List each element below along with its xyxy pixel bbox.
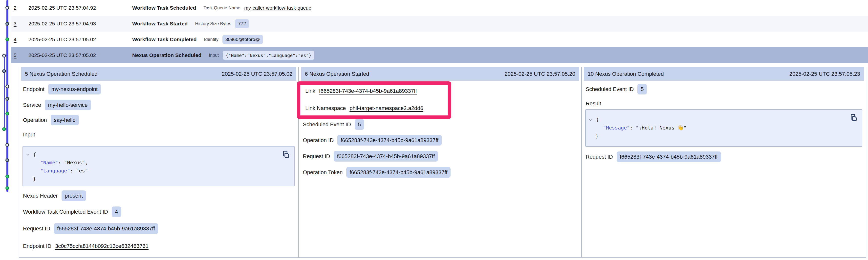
json-brace: }	[596, 133, 599, 139]
panel-timestamp: 2025-02-25 UTC 23:57:05.02	[222, 71, 292, 77]
json-line: {	[586, 116, 862, 124]
json-line: }	[586, 132, 862, 140]
endpoint-id-link[interactable]: 3c0c75ccfa8144b092c13ce632463761	[55, 243, 149, 249]
link-value-link[interactable]: f665283f-743e-4374-b45b-9a61a89337ff	[319, 88, 417, 94]
field-request-id: Request ID f665283f-743e-4374-b45b-9a61a…	[23, 223, 158, 234]
json-sep: :	[58, 160, 64, 165]
event-attr-label: Input	[209, 53, 219, 58]
event-detail-panels: 5 Nexus Operation Scheduled 2025-02-25 U…	[19, 67, 866, 258]
copy-icon[interactable]	[849, 113, 858, 124]
field-input-label: Input	[23, 132, 35, 138]
copy-icon[interactable]	[282, 150, 290, 161]
request-id-badge: f665283f-743e-4374-b45b-9a61a89337ff	[334, 151, 438, 161]
timeline-node	[5, 175, 9, 178]
event-timestamp: 2025-02-25 UTC 23:57:04.92	[28, 5, 132, 11]
event-name: Workflow Task Started	[132, 21, 188, 27]
json-brace: }	[33, 176, 36, 182]
history-row-5-selected[interactable]: 5 2025-02-25 UTC 23:57:05.02 Nexus Opera…	[11, 47, 868, 63]
operation-token-badge: f665283f-743e-4374-b45b-9a61a89337ff	[346, 167, 451, 178]
panel-nexus-operation-scheduled: 5 Nexus Operation Scheduled 2025-02-25 U…	[19, 67, 298, 257]
field-request-id: Request ID f665283f-743e-4374-b45b-9a61a…	[586, 151, 721, 162]
panel-nexus-operation-completed: 10 Nexus Operation Completed 2025-02-25 …	[581, 67, 866, 257]
field-label: Request ID	[303, 153, 330, 160]
timeline-node	[5, 158, 9, 162]
panel-title: 5 Nexus Operation Scheduled	[25, 71, 98, 77]
history-row-2[interactable]: 2 2025-02-25 UTC 23:57:04.92 Workflow Ta…	[11, 0, 868, 16]
field-result-label: Result	[586, 100, 601, 107]
event-history-list: 2 2025-02-25 UTC 23:57:04.92 Workflow Ta…	[0, 0, 868, 63]
field-endpoint: Endpoint my-nexus-endpoint	[23, 84, 101, 95]
field-label: Service	[23, 102, 41, 108]
event-name: Workflow Task Completed	[132, 37, 197, 42]
input-badge: {"Name":"Nexus","Language":"es"}	[223, 51, 314, 60]
timeline-node	[5, 143, 9, 147]
json-brace: {	[33, 150, 36, 159]
field-nexus-header: Nexus Header present	[23, 190, 86, 201]
event-attr-label: History Size Bytes	[195, 21, 231, 26]
history-row-4[interactable]: 4 2025-02-25 UTC 23:57:05.02 Workflow Ta…	[11, 32, 868, 47]
field-link: Link f665283f-743e-4374-b45b-9a61a89337f…	[305, 88, 417, 94]
timeline-node	[5, 85, 9, 88]
link-namespace-link[interactable]: phil-target-namespace2.a2dd6	[349, 105, 423, 111]
timeline-node	[5, 37, 9, 41]
history-row-3[interactable]: 3 2025-02-25 UTC 23:57:04.93 Workflow Ta…	[11, 16, 868, 32]
wtc-event-id-badge: 4	[112, 207, 121, 217]
json-sep: :	[630, 125, 636, 131]
panel-title: 6 Nexus Operation Started	[305, 71, 369, 77]
json-value: "Nexus",	[64, 160, 88, 165]
event-attr-label: Identity	[204, 37, 218, 42]
event-name: Nexus Operation Scheduled	[132, 52, 202, 58]
request-id-badge: f665283f-743e-4374-b45b-9a61a89337ff	[617, 151, 721, 162]
task-queue-link[interactable]: my-caller-workflow-task-queue	[244, 5, 311, 11]
field-scheduled-event-id: Scheduled Event ID 5	[586, 84, 647, 95]
operation-id-badge: f665283f-743e-4374-b45b-9a61a89337ff	[337, 135, 442, 146]
field-label: Operation Token	[303, 169, 343, 176]
event-timeline	[0, 0, 19, 260]
input-json-viewer: { "Name": "Nexus", "Language": "es" }	[23, 146, 294, 186]
field-label: Scheduled Event ID	[303, 121, 351, 128]
json-key: "Name"	[40, 160, 58, 165]
field-label: Link	[305, 88, 315, 94]
request-id-badge: f665283f-743e-4374-b45b-9a61a89337ff	[54, 223, 158, 234]
field-operation: Operation say-hello	[23, 115, 79, 125]
json-line: "Name": "Nexus",	[23, 159, 294, 167]
identity-badge: 30960@totoro@	[222, 35, 263, 44]
collapse-chevron-icon[interactable]	[26, 153, 30, 156]
field-request-id: Request ID f665283f-743e-4374-b45b-9a61a…	[303, 151, 438, 161]
json-brace: {	[596, 116, 599, 124]
timeline-node	[2, 127, 6, 131]
event-attr-label: Task Queue Name	[204, 5, 240, 11]
field-label: Nexus Header	[23, 193, 58, 199]
timeline-node	[2, 69, 6, 73]
event-timestamp: 2025-02-25 UTC 23:57:05.02	[28, 37, 132, 42]
event-timestamp: 2025-02-25 UTC 23:57:04.93	[28, 21, 132, 27]
scheduled-event-id-badge: 5	[638, 84, 647, 95]
field-label: Scheduled Event ID	[586, 86, 634, 92]
field-label: Request ID	[586, 154, 613, 160]
endpoint-badge: my-nexus-endpoint	[48, 84, 101, 95]
json-key: "Message"	[603, 125, 630, 131]
field-label: Link Namespace	[305, 105, 346, 111]
history-size-badge: 772	[235, 19, 249, 28]
json-value: "¡Hola! Nexus 👋"	[636, 125, 687, 131]
field-label: Operation	[23, 117, 47, 123]
panel-header: 5 Nexus Operation Scheduled 2025-02-25 U…	[21, 67, 296, 81]
nexus-header-badge: present	[62, 190, 86, 201]
event-timestamp: 2025-02-25 UTC 23:57:05.02	[28, 52, 132, 58]
panel-nexus-operation-started: 6 Nexus Operation Started 2025-02-25 UTC…	[298, 67, 581, 257]
timeline-node	[5, 186, 9, 190]
panel-timestamp: 2025-02-25 UTC 23:57:05.20	[504, 71, 575, 77]
json-line: {	[23, 150, 294, 159]
timeline-node	[5, 112, 9, 115]
field-label: Endpoint ID	[23, 243, 52, 249]
field-operation-token: Operation Token f665283f-743e-4374-b45b-…	[303, 167, 451, 178]
timeline-node	[5, 97, 9, 101]
field-service: Service my-hello-service	[23, 100, 91, 110]
field-endpoint-id: Endpoint ID 3c0c75ccfa8144b092c13ce63246…	[23, 243, 149, 249]
collapse-chevron-icon[interactable]	[589, 119, 593, 121]
timeline-main-line	[6, 0, 8, 192]
result-json-viewer: { "Message": "¡Hola! Nexus 👋" }	[585, 109, 862, 147]
panel-header: 10 Nexus Operation Completed 2025-02-25 …	[584, 67, 864, 81]
panel-header: 6 Nexus Operation Started 2025-02-25 UTC…	[301, 67, 579, 81]
field-label: Result	[586, 100, 601, 107]
